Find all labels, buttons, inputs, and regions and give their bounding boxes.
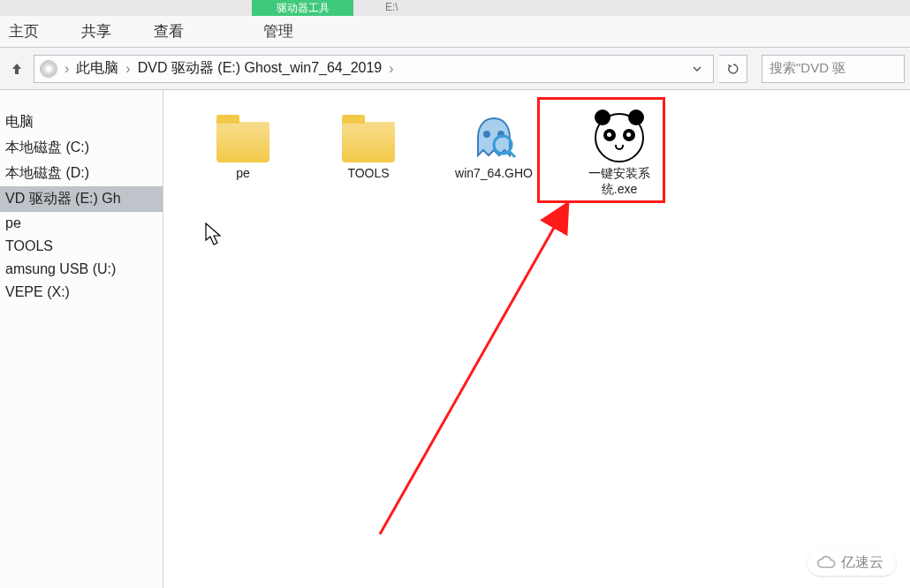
tab-share[interactable]: 共享 <box>80 16 113 47</box>
file-label: win7_64.GHO <box>450 166 538 180</box>
ribbon-tabs: 主页 共享 查看 管理 <box>0 16 910 48</box>
tab-home[interactable]: 主页 <box>7 16 41 47</box>
watermark-badge: 亿速云 <box>808 549 896 576</box>
refresh-button[interactable] <box>719 55 747 83</box>
breadcrumb-this-pc[interactable]: 此电脑 <box>72 59 122 78</box>
address-row: › 此电脑 › DVD 驱动器 (E:) Ghost_win7_64_2019 … <box>0 48 910 90</box>
folder-icon <box>216 122 269 162</box>
sidebar-item-tools[interactable]: TOOLS <box>0 235 163 258</box>
context-tab-drive-tools[interactable]: 驱动器工具 <box>252 0 353 16</box>
watermark-text: 亿速云 <box>841 554 883 572</box>
sidebar-item-drive-c[interactable]: 本地磁盘 (C:) <box>0 135 163 161</box>
cloud-icon <box>816 553 836 572</box>
breadcrumb-sep: › <box>124 61 132 77</box>
breadcrumb-sep: › <box>387 61 395 77</box>
search-input[interactable]: 搜索"DVD 驱 <box>762 55 905 83</box>
sidebar-item-drive-d[interactable]: 本地磁盘 (D:) <box>0 161 163 186</box>
disc-icon <box>40 60 57 78</box>
sidebar-item-wepe-x[interactable]: VEPE (X:) <box>0 281 163 304</box>
file-label: 一键安装系统.exe <box>575 166 664 198</box>
context-drive-letter: E:\ <box>385 1 398 13</box>
up-arrow-icon <box>10 62 24 76</box>
breadcrumb-sep: › <box>63 61 71 77</box>
ribbon-context-bar: 驱动器工具 E:\ <box>0 0 910 16</box>
folder-pe[interactable]: pe <box>199 106 287 180</box>
panda-icon <box>595 113 644 162</box>
file-gho[interactable]: win7_64.GHO <box>450 106 538 180</box>
refresh-icon <box>726 62 740 76</box>
search-placeholder: 搜索"DVD 驱 <box>770 60 846 77</box>
sidebar-item-pe[interactable]: pe <box>0 212 163 235</box>
folder-icon <box>342 122 395 162</box>
file-explorer-window: 驱动器工具 E:\ 主页 共享 查看 管理 › 此电脑 › DVD 驱动器 (E… <box>0 0 910 588</box>
ghost-icon <box>469 113 519 162</box>
breadcrumb-dvd-drive[interactable]: DVD 驱动器 (E:) Ghost_win7_64_2019 <box>134 59 386 78</box>
chevron-down-icon <box>692 64 702 74</box>
svg-point-0 <box>483 131 490 138</box>
sidebar-item-dvd-e[interactable]: VD 驱动器 (E:) Gh <box>0 186 163 212</box>
sidebar-item-samsung-usb[interactable]: amsung USB (U:) <box>0 258 163 281</box>
navigation-pane: 电脑 本地磁盘 (C:) 本地磁盘 (D:) VD 驱动器 (E:) Gh pe… <box>0 90 163 588</box>
tab-view[interactable]: 查看 <box>152 16 186 47</box>
tab-manage[interactable]: 管理 <box>262 16 295 47</box>
address-bar[interactable]: › 此电脑 › DVD 驱动器 (E:) Ghost_win7_64_2019 … <box>34 55 714 83</box>
content-area: 电脑 本地磁盘 (C:) 本地磁盘 (D:) VD 驱动器 (E:) Gh pe… <box>0 90 910 588</box>
folder-tools[interactable]: TOOLS <box>324 106 413 180</box>
file-installer-exe[interactable]: 一键安装系统.exe <box>575 106 664 198</box>
file-list: pe TOOLS <box>163 90 910 588</box>
nav-up-button[interactable] <box>5 57 28 80</box>
file-label: pe <box>199 166 287 180</box>
address-dropdown[interactable] <box>686 64 708 74</box>
file-label: TOOLS <box>324 166 413 180</box>
sidebar-item-this-pc[interactable]: 电脑 <box>0 109 163 135</box>
